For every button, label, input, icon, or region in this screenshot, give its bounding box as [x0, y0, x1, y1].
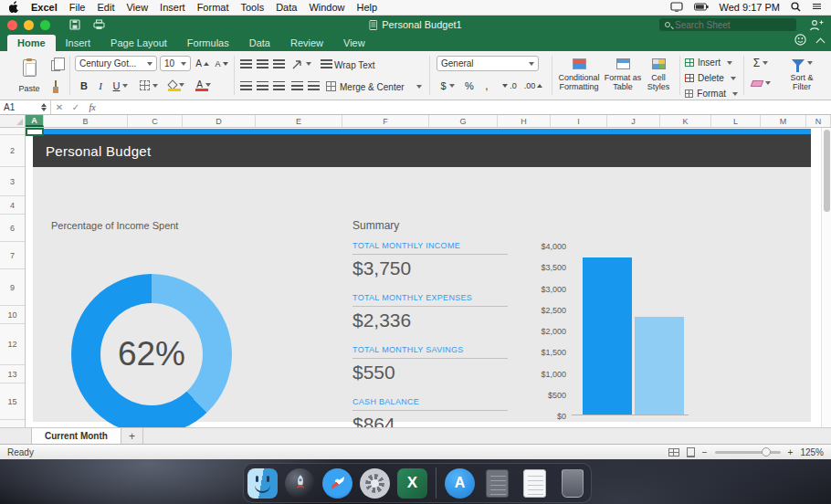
format-as-table-button[interactable]	[605, 57, 641, 71]
column-header[interactable]: D	[183, 115, 256, 127]
app-store-dock-icon[interactable]: A	[444, 467, 476, 499]
tab-review[interactable]: Review	[280, 35, 333, 51]
search-sheet-input[interactable]	[675, 20, 775, 30]
currency-format-button[interactable]: $	[437, 78, 458, 93]
align-center-button[interactable]	[256, 79, 269, 92]
add-sheet-button[interactable]: +	[121, 428, 143, 444]
clear-button[interactable]	[749, 76, 773, 90]
column-header[interactable]: C	[128, 115, 183, 127]
fill-color-button[interactable]	[164, 76, 188, 93]
italic-button[interactable]: I	[93, 78, 108, 93]
close-window-button[interactable]	[7, 20, 17, 30]
column-header[interactable]: I	[551, 115, 607, 127]
search-sheet-box[interactable]	[659, 18, 796, 31]
align-right-button[interactable]	[272, 79, 286, 92]
percent-format-button[interactable]: %	[462, 78, 477, 93]
align-middle-button[interactable]	[256, 58, 269, 70]
decrease-decimal-button[interactable]: .0	[499, 78, 521, 93]
spotlight-icon[interactable]	[791, 2, 801, 14]
formula-input[interactable]	[100, 100, 831, 114]
increase-indent-button[interactable]	[307, 79, 321, 92]
column-header[interactable]: L	[711, 115, 761, 127]
zoom-level[interactable]: 125%	[800, 447, 824, 457]
underline-button[interactable]: U	[110, 78, 131, 93]
name-box[interactable]: A1	[0, 100, 51, 114]
row-header[interactable]: 7	[0, 242, 25, 269]
scrollbar-thumb[interactable]	[824, 130, 830, 212]
finder-dock-icon[interactable]	[247, 467, 279, 499]
format-painter-button[interactable]	[49, 80, 62, 95]
column-header[interactable]: N	[806, 115, 831, 127]
feedback-smiley-icon[interactable]	[794, 33, 806, 49]
conditional-formatting-label[interactable]: Conditional Formatting	[553, 73, 605, 92]
menu-item-excel[interactable]: Excel	[31, 2, 58, 13]
sheet-tab-current-month[interactable]: Current Month	[31, 428, 121, 444]
select-all-corner[interactable]	[0, 115, 26, 127]
share-contact-icon[interactable]	[809, 19, 824, 31]
normal-view-button[interactable]	[668, 448, 679, 457]
row-header[interactable]: 3	[0, 167, 25, 196]
row-header[interactable]: 9	[0, 269, 25, 306]
merge-center-icon-button[interactable]	[325, 79, 337, 92]
save-button[interactable]	[69, 19, 80, 30]
battery-icon[interactable]	[694, 2, 709, 13]
tab-page-layout[interactable]: Page Layout	[100, 35, 177, 51]
column-header[interactable]: F	[342, 115, 429, 127]
display-menu-icon[interactable]	[670, 2, 683, 14]
comma-format-button[interactable]: ,	[480, 78, 493, 93]
insert-function-button[interactable]: fx	[84, 102, 100, 112]
sort-filter-button[interactable]	[780, 56, 824, 70]
paste-button[interactable]	[11, 55, 47, 80]
merge-center-dropdown[interactable]	[413, 82, 422, 91]
format-cells-button[interactable]: Format	[685, 87, 738, 100]
row-header[interactable]	[0, 128, 25, 135]
sort-filter-label[interactable]: Sort & Filter	[782, 73, 822, 92]
tab-data[interactable]: Data	[239, 35, 280, 51]
autosum-button[interactable]: Σ	[749, 56, 773, 70]
zoom-in-button[interactable]: +	[788, 447, 794, 457]
collapse-ribbon-chevron[interactable]	[816, 38, 826, 47]
borders-button[interactable]	[137, 78, 161, 93]
notification-center-icon[interactable]	[812, 2, 822, 13]
zoom-window-button[interactable]	[40, 20, 50, 30]
column-header[interactable]: J	[607, 115, 660, 127]
bar-chart-plot[interactable]	[572, 247, 689, 415]
page-layout-view-button[interactable]	[687, 447, 695, 457]
copy-button[interactable]	[47, 58, 64, 73]
safari-dock-icon[interactable]	[321, 467, 353, 499]
column-header[interactable]: M	[761, 115, 806, 127]
row-header[interactable]: 10	[0, 306, 25, 324]
row-header[interactable]: 12	[0, 324, 25, 365]
document-dock-icon[interactable]	[481, 467, 513, 499]
menu-item-window[interactable]: Window	[309, 2, 344, 13]
column-header[interactable]: K	[660, 115, 711, 127]
menu-item-file[interactable]: File	[69, 2, 86, 13]
conditional-formatting-button[interactable]	[559, 57, 599, 71]
tab-formulas[interactable]: Formulas	[177, 35, 239, 51]
column-header-a[interactable]: A	[26, 115, 44, 127]
minimize-window-button[interactable]	[24, 20, 34, 30]
wrap-text-icon-button[interactable]	[320, 58, 332, 70]
name-box-stepper[interactable]	[41, 103, 47, 111]
zoom-out-button[interactable]: −	[702, 447, 708, 457]
align-left-button[interactable]	[239, 79, 253, 92]
cancel-entry-button[interactable]: ✕	[51, 102, 68, 112]
delete-cells-button[interactable]: Delete	[685, 71, 738, 85]
column-header[interactable]: E	[256, 115, 342, 127]
column-header[interactable]: B	[44, 115, 128, 127]
row-header[interactable]: 6	[0, 215, 25, 242]
font-color-button[interactable]: A	[192, 76, 216, 93]
menu-item-edit[interactable]: Edit	[97, 2, 114, 13]
align-bottom-button[interactable]	[272, 58, 286, 70]
worksheet[interactable]: Personal Budget Percentage of Income Spe…	[26, 128, 831, 427]
number-format-combo[interactable]: General	[437, 56, 539, 71]
excel-dock-icon[interactable]: X	[396, 467, 428, 499]
bar[interactable]	[635, 317, 684, 415]
increase-decimal-button[interactable]: .00	[522, 78, 544, 93]
active-cell-selection[interactable]	[26, 128, 44, 136]
print-button[interactable]	[93, 19, 105, 30]
menu-item-view[interactable]: View	[126, 2, 148, 13]
format-as-table-label[interactable]: Format as Table	[603, 73, 643, 92]
column-header[interactable]: G	[429, 115, 498, 127]
decrease-indent-button[interactable]	[290, 79, 304, 92]
